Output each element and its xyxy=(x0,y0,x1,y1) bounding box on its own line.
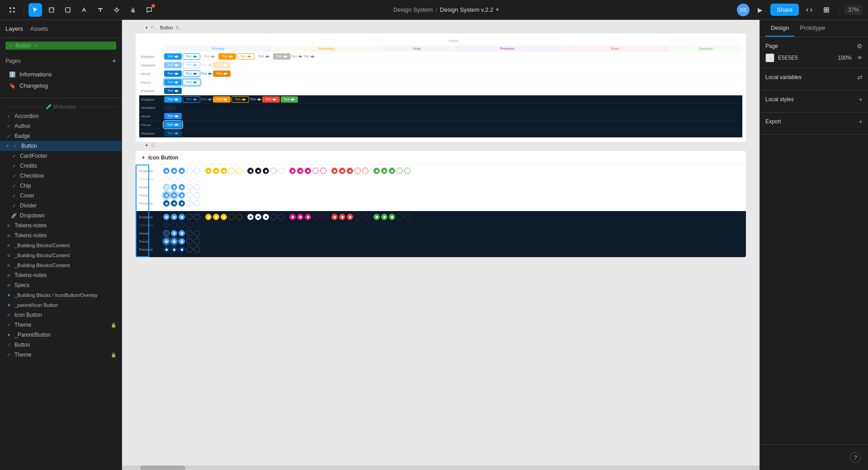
layer-button-2[interactable]: ✓ Button xyxy=(0,340,122,350)
page-changelog-label: Changelog xyxy=(19,82,48,89)
local-styles-add-icon[interactable]: + xyxy=(859,96,863,103)
present-button[interactable]: ▶ xyxy=(753,3,767,17)
toolbar-center: Design System / Design System v.2.2 ▼ xyxy=(160,6,733,13)
tab-layers[interactable]: Layers xyxy=(5,24,23,34)
tab-prototype[interactable]: Prototype xyxy=(794,20,830,37)
breadcrumb-current-page[interactable]: Design System v.2.2 ▼ xyxy=(440,6,500,13)
col-groups: Primary Secondary Gray Premium Error Suc… xyxy=(139,46,742,52)
page-color-swatch[interactable] xyxy=(765,53,774,62)
icon-button-frame-label: ✦ S... xyxy=(145,143,158,148)
layer-accordion[interactable]: ✓ Accordion xyxy=(0,111,122,121)
page-changelog[interactable]: 🔖 Changelog xyxy=(5,80,116,91)
layer-theme-1[interactable]: ✓ Theme 🔒 xyxy=(0,320,122,330)
btn-focus-primary: Text ◀▶ xyxy=(164,79,182,85)
layer-parent-icon-button[interactable]: ✦ _parent/Icon Button xyxy=(0,300,122,310)
circle-disabled-dark xyxy=(163,222,200,228)
layer-credits[interactable]: ✓ Credits xyxy=(0,161,122,171)
circle-hover-dark xyxy=(163,230,200,236)
layer-overlay-label: _Building Blocks / IconButton/Overlay xyxy=(14,292,97,298)
shape-tool[interactable] xyxy=(61,3,75,17)
icon-row-hover: Hover xyxy=(139,184,742,190)
breadcrumb-dropdown-arrow: ▼ xyxy=(495,7,500,12)
frame-tool[interactable] xyxy=(45,3,58,17)
hand-tool[interactable] xyxy=(126,3,140,17)
states-header: States xyxy=(139,38,742,44)
layer-theme-2[interactable]: ✓ Theme 🔒 xyxy=(0,350,122,360)
layer-tokens-notes-1[interactable]: ≡ Tokens-notes xyxy=(0,221,122,230)
btn-pressed-dark: Text ◀▶ xyxy=(164,130,182,136)
tab-assets[interactable]: Assets xyxy=(30,24,48,34)
btn-disabled-dark: Text xyxy=(164,105,176,111)
layer-checkbox[interactable]: ✓ Checkbox xyxy=(0,171,122,181)
layer-button-2-label: Button xyxy=(14,342,30,348)
icon-label-enabled: Enabled xyxy=(139,169,162,173)
tab-design[interactable]: Design xyxy=(765,20,794,37)
circle-group-disabled xyxy=(163,176,200,182)
zoom-level[interactable]: 37% xyxy=(844,5,863,15)
comment-tool[interactable]: ! xyxy=(142,3,156,17)
btn-dark-ghost: Text ◀▶ xyxy=(201,98,212,101)
circle-group-yellow-dark xyxy=(205,214,242,220)
add-page-button[interactable]: + xyxy=(112,57,116,65)
page-settings-icon[interactable]: ⚙ xyxy=(857,42,863,50)
layer-tokens-notes-2[interactable]: ≡ Tokens-notes xyxy=(0,230,122,240)
canvas-scrollbar[interactable] xyxy=(122,465,760,470)
layer-cardfooter[interactable]: ✓ CardFooter xyxy=(0,151,122,161)
component-tool[interactable] xyxy=(110,3,123,17)
layer-cover[interactable]: ✓ Cover xyxy=(0,191,122,201)
layer-dropdown[interactable]: 🚀 Dropdown xyxy=(0,211,122,221)
btn-focus-alt: Text ◀▶ xyxy=(183,79,200,85)
page-visibility-icon[interactable]: 👁 xyxy=(857,55,863,61)
library-button[interactable] xyxy=(820,3,833,17)
badge-icon: ✓ xyxy=(5,133,12,139)
btn-hover-orange: Text ◀▶ xyxy=(213,70,231,77)
state-row-focus-dark: Focus Text ◀▶ xyxy=(139,121,742,129)
menu-button[interactable] xyxy=(5,3,19,17)
local-variables-icon[interactable]: ⇄ xyxy=(857,74,863,81)
circle-group-red-dark xyxy=(331,214,368,220)
selected-component-pill[interactable]: ✓ Button × xyxy=(5,42,116,50)
circle-group-yellow-enabled xyxy=(205,168,242,174)
layer-icon-button[interactable]: ✓ Icon Button xyxy=(0,310,122,320)
layer-tokens-notes-3[interactable]: ≡ Tokens-notes xyxy=(0,270,122,280)
layer-building-blocks-3[interactable]: ≡ _Building Blocks/Content xyxy=(0,260,122,270)
page-informations[interactable]: ℹ️ Informations xyxy=(5,69,116,80)
selected-component-label: Button xyxy=(15,42,31,49)
icon-btn-title-row: ✦ Icon Button xyxy=(136,151,746,165)
circle-dark-yellow-outline-2 xyxy=(236,214,242,220)
layer-building-blocks-overlay[interactable]: ✦ _Building Blocks / IconButton/Overlay xyxy=(0,290,122,300)
circle-fd-4 xyxy=(186,238,193,244)
circle-d-2 xyxy=(171,222,177,228)
help-button[interactable]: ? xyxy=(850,452,861,463)
share-button[interactable]: Share xyxy=(770,4,799,16)
circle-dark-green-outline-2 xyxy=(404,214,410,220)
layer-parent-button[interactable]: ✦ _Parent/Button xyxy=(0,330,122,340)
svg-point-1 xyxy=(13,7,15,9)
layer-building-blocks-1[interactable]: ≡ _Building Blocks/Content xyxy=(0,240,122,250)
layer-author[interactable]: ✓ Author xyxy=(0,121,122,131)
pages-section: Pages + ℹ️ Informations 🔖 Changelog xyxy=(0,53,122,95)
pen-tool[interactable] xyxy=(77,3,91,17)
code-view-button[interactable] xyxy=(802,3,816,17)
state-cells-pressed-dark: Text ◀▶ xyxy=(164,129,742,137)
text-tool[interactable] xyxy=(94,3,107,17)
chip-icon: ✓ xyxy=(11,183,17,189)
layer-building-blocks-2[interactable]: ≡ _Building Blocks/Content xyxy=(0,250,122,260)
theme-2-lock-icon: 🔒 xyxy=(111,352,116,357)
layer-specs[interactable]: ≡ Specs xyxy=(0,280,122,290)
layer-theme-2-label: Theme xyxy=(14,352,31,358)
local-variables-header: Local variables ⇄ xyxy=(765,74,863,81)
layer-badge[interactable]: ✓ Badge xyxy=(0,131,122,141)
col-premium: Premium xyxy=(454,46,561,52)
select-tool[interactable] xyxy=(28,3,42,17)
layer-divider[interactable]: ✓ Divider xyxy=(0,201,122,211)
layer-building-blocks-3-label: _Building Blocks/Content xyxy=(14,263,70,268)
circle-group-pressed xyxy=(163,200,200,207)
export-add-icon[interactable]: + xyxy=(859,118,863,125)
circle-dark-outline-2 xyxy=(194,214,200,220)
circle-dark-2 xyxy=(255,168,261,174)
layer-button[interactable]: ▼ ✓ Button xyxy=(0,141,122,151)
layer-chip[interactable]: ✓ Chip xyxy=(0,181,122,191)
circle-hd-2 xyxy=(171,230,177,236)
canvas-area[interactable]: ✦ P... Button S... States Primary Second… xyxy=(122,20,760,470)
